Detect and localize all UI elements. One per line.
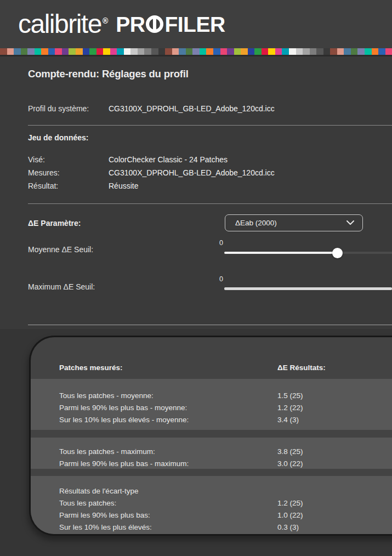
color-patch (303, 48, 310, 55)
mean-de-slider-track[interactable] (338, 252, 392, 254)
product-pr: PR (116, 14, 145, 35)
color-patch (76, 48, 83, 55)
color-patch (262, 48, 269, 55)
color-patch (27, 48, 35, 55)
color-patch (337, 48, 344, 55)
band-gap (31, 469, 392, 476)
color-patch (124, 48, 131, 55)
color-patch (206, 48, 213, 55)
result-value: Réussite (109, 181, 138, 190)
row-label: Parmi les 90% les plus bas: (59, 509, 277, 521)
row-label: Résultats de l'écart-type (59, 485, 277, 497)
color-patch (289, 48, 296, 55)
row-value: 1.0 (22) (277, 509, 392, 521)
color-patch (172, 48, 179, 55)
row-label: Sur les 10% les plus élevés - moyenne: (59, 414, 277, 426)
profiler-window: calibrite ® PR FILER Compte-rendu: Régla… (0, 0, 392, 556)
table-row: Tous les patches - moyenne: 1.5 (25) (31, 390, 392, 402)
divider (28, 325, 392, 325)
color-patch (323, 48, 331, 55)
calibrite-logo: calibrite ® PR FILER (0, 11, 225, 37)
mean-de-slider-track-filled[interactable] (224, 252, 338, 254)
row-label: Parmi les 90% les plus bas - maximum: (59, 458, 277, 470)
col-header-de-results: ΔE Résultats: (277, 362, 392, 374)
color-patch (130, 48, 138, 55)
results-band-max: Tous les patches - maximum: 3.8 (25) Par… (31, 438, 392, 469)
color-patch (344, 48, 351, 55)
divider (28, 203, 392, 204)
color-patch (138, 48, 145, 55)
color-patch (0, 48, 7, 55)
color-patch (158, 48, 166, 55)
target-value: ColorChecker Classic - 24 Patches (109, 155, 228, 164)
color-patch (227, 48, 234, 55)
row-label: Tous les patches - moyenne: (59, 390, 277, 402)
color-patch (254, 48, 262, 55)
system-profile-value: CG3100X_DPROHL_GB-LED_Adobe_120cd.icc (109, 104, 275, 113)
color-patch (186, 48, 193, 55)
color-patch (234, 48, 241, 55)
stripe-divider (0, 55, 392, 56)
results-card-header: Patches mesurés: ΔE Résultats: (31, 337, 392, 379)
row-value: 3.0 (22) (277, 458, 392, 470)
color-patch (89, 48, 96, 55)
row-value: 1.2 (22) (277, 402, 392, 414)
table-row: Parmi les 90% les plus bas - maximum: 3.… (31, 458, 392, 470)
mean-de-slider-thumb[interactable] (332, 248, 343, 258)
color-patch (192, 48, 200, 55)
divider (28, 125, 392, 126)
color-patch (69, 48, 76, 55)
mean-de-threshold-label: Moyenne ΔE Seuil: (28, 245, 93, 254)
color-patch (62, 48, 69, 55)
color-patch (385, 48, 392, 55)
system-profile-label: Profil du système: (28, 104, 89, 113)
results-card: Patches mesurés: ΔE Résultats: Tous les … (29, 336, 392, 536)
color-patch (165, 48, 172, 55)
color-patch (83, 48, 90, 55)
color-patch (275, 48, 282, 55)
aperture-o-icon (146, 15, 163, 33)
color-patch (151, 48, 158, 55)
results-band-mean: Tous les patches - moyenne: 1.5 (25) Par… (31, 379, 392, 430)
color-patch (241, 48, 248, 55)
table-row: Parmi les 90% les plus bas - moyenne: 1.… (31, 402, 392, 414)
table-row: Parmi les 90% les plus bas: 1.0 (22) (31, 509, 392, 521)
color-patch (110, 48, 117, 55)
color-patch (48, 48, 55, 55)
max-de-slider-track[interactable] (224, 287, 392, 290)
result-label: Résultat: (28, 181, 58, 190)
color-patch (310, 48, 317, 55)
col-header-patches: Patches mesurés: (59, 362, 277, 374)
row-label: Sur les 10% les plus élevés: (59, 521, 277, 534)
color-patch (357, 48, 365, 55)
row-value: 3.4 (3) (277, 414, 392, 426)
color-patch (372, 48, 379, 55)
row-label: Tous les patches - maximum: (59, 446, 277, 458)
color-patch (268, 48, 275, 55)
max-de-threshold-value: 0 (219, 275, 223, 283)
color-patch (378, 48, 385, 55)
row-label: Parmi les 90% les plus bas - moyenne: (59, 402, 277, 414)
color-patch (117, 48, 124, 55)
color-patch (248, 48, 255, 55)
app-header: calibrite ® PR FILER (0, 0, 392, 48)
results-section: Patches mesurés: ΔE Résultats: Tous les … (0, 329, 392, 556)
row-value: 1.5 (25) (277, 390, 392, 402)
band-gap (31, 430, 392, 438)
color-patch (7, 48, 14, 55)
max-de-threshold-label: Maximum ΔE Seuil: (28, 282, 95, 291)
results-band-stddev: Résultats de l'écart-type Tous les patch… (31, 476, 392, 534)
page-title: Compte-rendu: Réglages du profil (28, 68, 189, 80)
registered-mark: ® (103, 16, 108, 25)
color-patch (200, 48, 207, 55)
color-patch (330, 48, 337, 55)
delta-e-parameter-select[interactable]: ΔEab (2000) (225, 214, 363, 231)
row-value: 1.2 (25) (277, 497, 392, 509)
delta-e-parameter-label: ΔE Paramètre: (28, 219, 81, 228)
table-row: Sur les 10% les plus élevés - moyenne: 3… (31, 414, 392, 426)
color-stripe (0, 48, 392, 55)
chevron-down-icon (346, 220, 354, 225)
mean-de-threshold-value: 0 (219, 239, 223, 247)
row-value: 3.8 (25) (277, 446, 392, 458)
table-row: Tous les patches: 1.2 (25) (31, 497, 392, 509)
